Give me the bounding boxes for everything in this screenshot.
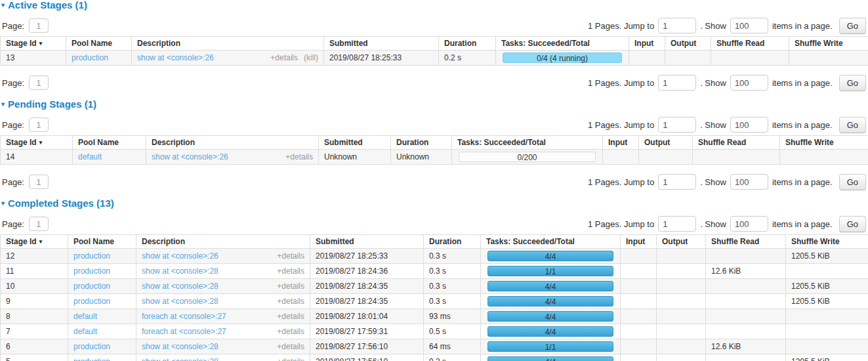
stage-id-cell: 11 — [1, 264, 68, 279]
stage-description-link[interactable]: foreach at <console>:27 — [142, 327, 226, 336]
show-count-input[interactable] — [730, 216, 768, 232]
table-row: 9 production show at <console>:28 +detai… — [1, 294, 868, 309]
go-button[interactable]: Go — [839, 18, 866, 34]
details-toggle[interactable]: +details — [277, 312, 304, 321]
col-tasks[interactable]: Tasks: Succeeded/Total — [452, 136, 603, 150]
pool-link[interactable]: production — [72, 53, 108, 62]
tasks-progress-bar: 1/1 — [487, 266, 613, 276]
col-duration[interactable]: Duration — [391, 136, 452, 150]
show-label: . Show — [700, 177, 726, 187]
show-count-input[interactable] — [730, 75, 768, 91]
go-button[interactable]: Go — [839, 216, 866, 232]
col-shuffle-read[interactable]: Shuffle Read — [706, 235, 786, 249]
stage-description-link[interactable]: show at <console>:28 — [142, 342, 218, 351]
stage-description-link[interactable]: show at <console>:26 — [137, 53, 214, 62]
stage-description-link[interactable]: show at <console>:28 — [142, 357, 218, 361]
page-number-input[interactable] — [29, 75, 49, 90]
pool-link[interactable]: production — [73, 266, 110, 276]
stage-description-link[interactable]: show at <console>:28 — [142, 297, 218, 306]
jump-to-input[interactable] — [658, 18, 696, 33]
shuffle-read-cell — [706, 249, 786, 264]
completed-stages-heading[interactable]: ▾Completed Stages (13) — [0, 198, 868, 209]
col-shuffle-write[interactable]: Shuffle Write — [789, 37, 868, 51]
col-shuffle-read[interactable]: Shuffle Read — [693, 136, 780, 150]
col-output[interactable]: Output — [665, 37, 711, 51]
col-input[interactable]: Input — [603, 136, 639, 150]
pending-stages-heading[interactable]: ▾Pending Stages (1) — [0, 99, 868, 110]
active-stages-table: Stage Id▾ Pool Name Description Submitte… — [0, 36, 868, 66]
details-toggle[interactable]: +details — [277, 251, 304, 261]
col-description[interactable]: Description — [132, 37, 324, 51]
show-count-input[interactable] — [730, 117, 768, 133]
active-pagination-bottom: Page: 1 Pages. Jump to . Show items in a… — [0, 74, 868, 91]
jump-to-input[interactable] — [658, 117, 696, 133]
details-toggle[interactable]: +details — [277, 266, 304, 276]
page-label: Page: — [2, 21, 24, 31]
stage-description-link[interactable]: foreach at <console>:27 — [142, 312, 226, 321]
col-pool-name[interactable]: Pool Name — [66, 37, 132, 51]
col-description[interactable]: Description — [146, 136, 319, 150]
output-cell — [657, 354, 706, 361]
col-tasks[interactable]: Tasks: Succeeded/Total — [481, 235, 621, 249]
col-pool-name[interactable]: Pool Name — [73, 136, 146, 150]
details-toggle[interactable]: +details — [285, 152, 313, 161]
details-toggle[interactable]: +details — [277, 282, 304, 291]
stage-description-link[interactable]: show at <console>:28 — [142, 282, 218, 291]
col-pool-name[interactable]: Pool Name — [68, 235, 136, 249]
active-stages-heading[interactable]: ▾Active Stages (1) — [0, 0, 868, 11]
input-cell — [629, 51, 665, 66]
jump-to-input[interactable] — [658, 174, 696, 190]
table-row: 10 production show at <console>:28 +deta… — [1, 279, 868, 294]
jump-to-input[interactable] — [658, 75, 696, 91]
details-toggle[interactable]: +details — [277, 297, 304, 306]
show-count-input[interactable] — [730, 18, 768, 33]
col-shuffle-write[interactable]: Shuffle Write — [780, 136, 868, 150]
tasks-progress-bar: 4/4 — [487, 326, 613, 337]
pool-link[interactable]: default — [78, 152, 102, 161]
go-button[interactable]: Go — [839, 117, 866, 133]
col-input[interactable]: Input — [629, 37, 665, 51]
stage-description-link[interactable]: show at <console>:26 — [152, 152, 228, 161]
col-description[interactable]: Description — [136, 235, 310, 249]
col-stage-id[interactable]: Stage Id▾ — [1, 235, 68, 249]
go-button[interactable]: Go — [839, 75, 866, 91]
pool-link[interactable]: production — [73, 357, 110, 361]
pool-link[interactable]: default — [73, 312, 97, 321]
pool-link[interactable]: production — [73, 342, 110, 351]
details-toggle[interactable]: +details — [270, 53, 298, 62]
jump-to-input[interactable] — [658, 216, 696, 232]
details-toggle[interactable]: +details — [277, 342, 304, 351]
col-submitted[interactable]: Submitted — [319, 136, 391, 150]
pool-link[interactable]: production — [73, 251, 110, 261]
col-output[interactable]: Output — [657, 235, 706, 249]
col-input[interactable]: Input — [621, 235, 657, 249]
collapse-arrow-icon: ▾ — [1, 200, 5, 207]
col-submitted[interactable]: Submitted — [324, 37, 439, 51]
show-count-input[interactable] — [730, 174, 768, 190]
col-tasks[interactable]: Tasks: Succeeded/Total — [496, 37, 629, 51]
pool-link[interactable]: production — [73, 282, 110, 291]
stage-description-link[interactable]: show at <console>:28 — [142, 266, 218, 276]
details-toggle[interactable]: +details — [277, 357, 304, 361]
col-output[interactable]: Output — [639, 136, 693, 150]
col-shuffle-write[interactable]: Shuffle Write — [786, 235, 868, 249]
stage-description-link[interactable]: show at <console>:26 — [142, 251, 218, 261]
page-number-input[interactable] — [29, 18, 49, 33]
submitted-cell: 2019/08/27 18:24:36 — [310, 264, 424, 279]
col-shuffle-read[interactable]: Shuffle Read — [711, 37, 789, 51]
col-stage-id[interactable]: Stage Id▾ — [1, 136, 73, 150]
tasks-progress-bar: 4/4 — [487, 281, 613, 291]
pool-link[interactable]: production — [73, 297, 110, 306]
col-duration[interactable]: Duration — [424, 235, 481, 249]
details-toggle[interactable]: +details — [277, 327, 304, 336]
output-cell — [657, 309, 706, 324]
col-submitted[interactable]: Submitted — [310, 235, 424, 249]
col-duration[interactable]: Duration — [439, 37, 496, 51]
page-number-input[interactable] — [29, 175, 49, 189]
go-button[interactable]: Go — [839, 174, 866, 190]
page-number-input[interactable] — [29, 117, 49, 132]
pool-link[interactable]: default — [73, 327, 97, 336]
page-number-input[interactable] — [29, 217, 49, 231]
kill-link[interactable]: (kill) — [304, 53, 318, 62]
col-stage-id[interactable]: Stage Id▾ — [1, 37, 66, 51]
